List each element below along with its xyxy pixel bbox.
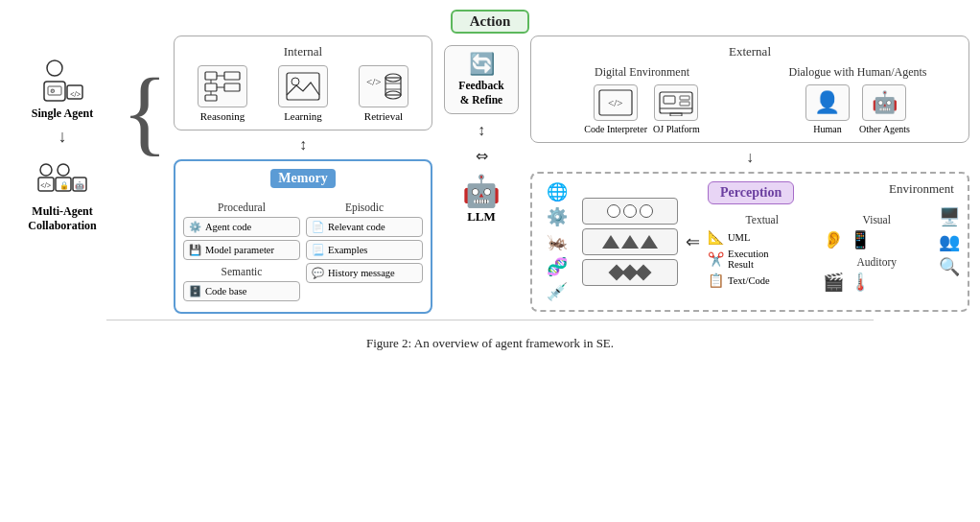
human-icon: 👤: [805, 84, 850, 121]
model-param-label: Model parameter: [205, 245, 274, 255]
model-param-item: 💾 Model parameter: [183, 240, 300, 260]
other-agents-item: 🤖 Other Agents: [859, 84, 910, 134]
svg-text:</>: </>: [366, 76, 381, 87]
h-arrows: ⇔: [476, 147, 488, 165]
uml-icon: 📐: [708, 229, 724, 246]
agent-code-item: ⚙️ Agent code: [183, 217, 300, 237]
center-mid-col: 🔄 Feedback& Refine ↕ ⇔ 🤖 LLM: [438, 36, 525, 225]
diamond-3: [636, 265, 652, 281]
feedback-label: Feedback& Refine: [451, 79, 512, 107]
internal-box: Internal: [174, 36, 432, 130]
multi-agent-label: Multi-Agent Collaboration: [28, 204, 96, 233]
bug-icon: 🦗: [547, 231, 568, 252]
right-col: External Digital Environment </>: [530, 36, 969, 312]
learning-item: Learning: [278, 65, 328, 122]
code-base-icon: 🗄️: [189, 285, 201, 297]
svg-point-24: [292, 78, 299, 85]
environment-title: Environment: [889, 181, 954, 197]
svg-rect-17: [224, 72, 240, 80]
agent-code-icon: ⚙️: [189, 221, 201, 233]
v-arrow-llm: ↕: [478, 122, 485, 139]
exec-result-icon: ✂️: [708, 251, 724, 268]
relevant-code-item: 📄 Relevant code: [306, 217, 423, 237]
other-agents-label: Other Agents: [859, 124, 910, 134]
dialogue-items: 👤 Human 🤖 Other Agents: [755, 84, 961, 134]
auditory-icon-1: 🎬: [823, 272, 844, 293]
monitor-icon: 🖥️: [939, 206, 960, 227]
svg-rect-16: [205, 95, 217, 101]
visual-auditory-section: Visual 👂 📱 Auditory 🎬 🌡️: [823, 214, 932, 293]
svg-rect-14: [205, 72, 217, 80]
other-agents-icon: 🤖: [862, 84, 906, 121]
code-base-item: 🗄️ Code base: [183, 281, 300, 301]
visual-icon-1: 👂: [823, 229, 844, 250]
action-label-container: Action: [11, 10, 969, 34]
down-arrow-1: ↓: [58, 127, 67, 147]
textual-title: Textual: [708, 214, 817, 225]
episodic-title: Episodic: [306, 202, 423, 213]
auditory-title: Auditory: [823, 256, 932, 268]
procedural-title: Procedural: [183, 202, 300, 213]
single-agent-box: </> ⚙ Single Agent: [32, 55, 93, 121]
learning-icon: [278, 65, 328, 107]
examples-label: Examples: [328, 245, 367, 255]
retrieval-label: Retrieval: [364, 110, 403, 122]
svg-rect-36: [664, 96, 675, 104]
svg-point-13: [58, 164, 69, 176]
llm-box: 🤖 LLM: [462, 173, 501, 225]
text-code-icon: 📋: [708, 273, 724, 289]
svg-rect-33: [660, 92, 692, 113]
svg-rect-15: [205, 83, 217, 91]
code-base-label: Code base: [205, 286, 246, 297]
figure-divider: [106, 320, 874, 320]
triangle-2: [621, 235, 639, 249]
human-label: Human: [813, 124, 841, 134]
semantic-title: Semantic: [183, 266, 300, 277]
feedback-icon: 🔄: [451, 52, 512, 77]
svg-rect-18: [224, 83, 240, 91]
main-container: Action </> ⚙ Single Agent ↓ </>: [11, 10, 969, 351]
triangle-1: [602, 235, 619, 249]
oj-platform-item: OJ Platform: [653, 84, 700, 134]
perception-top: Textual 📐 UML ✂️ ExecutionResult: [708, 214, 931, 293]
visual-title: Visual: [823, 214, 932, 225]
action-badge: Action: [451, 10, 530, 34]
left-arrow: ⇐: [686, 181, 700, 302]
external-sections: Digital Environment </> Code Interpreter: [539, 65, 961, 134]
text-code-item: 📋 Text/Code: [708, 273, 817, 289]
syringe-icon: 💉: [547, 281, 568, 302]
code-visual-circles: [582, 198, 678, 225]
multi-agent-box: </> 🔒 🤖 Multi-Agent Collaboration: [28, 153, 96, 233]
examples-icon: 📃: [312, 244, 324, 256]
svg-rect-34: [670, 113, 682, 116]
internal-title: Internal: [182, 44, 424, 59]
svg-text:🔒: 🔒: [59, 180, 69, 190]
circle-group: [607, 204, 653, 218]
history-message-item: 💬 History message: [306, 263, 423, 283]
triangle-3: [641, 235, 658, 249]
people-icon: 👥: [939, 231, 960, 252]
llm-label: LLM: [467, 209, 496, 225]
uml-label: UML: [728, 232, 750, 243]
single-agent-icon: </> ⚙: [36, 55, 88, 107]
v-arrow-memory: ↕: [174, 136, 432, 154]
model-param-icon: 💾: [189, 244, 201, 256]
text-code-label: Text/Code: [728, 275, 770, 286]
digital-env-section: Digital Environment </> Code Interpreter: [539, 65, 745, 134]
internal-icons: Reasoning Learning: [182, 65, 424, 122]
circle-2: [623, 204, 637, 218]
svg-rect-0: [44, 82, 65, 101]
examples-item: 📃 Examples: [306, 240, 423, 260]
svg-rect-38: [680, 102, 689, 106]
env-middle: [582, 181, 678, 302]
history-message-icon: 💬: [312, 267, 324, 279]
exec-result-item: ✂️ ExecutionResult: [708, 249, 817, 270]
visual-icon-2: 📱: [850, 229, 871, 250]
center-left-col: Internal: [174, 36, 432, 314]
brace: {: [122, 64, 168, 160]
history-message-label: History message: [328, 268, 395, 278]
exec-result-label: ExecutionResult: [728, 249, 769, 270]
environment-box: Environment 🌐 ⚙️ 🦗 🧬 💉: [530, 172, 969, 312]
retrieval-icon: </>: [359, 65, 408, 107]
procedural-section: Procedural ⚙️ Agent code 💾 Model paramet…: [183, 202, 300, 304]
